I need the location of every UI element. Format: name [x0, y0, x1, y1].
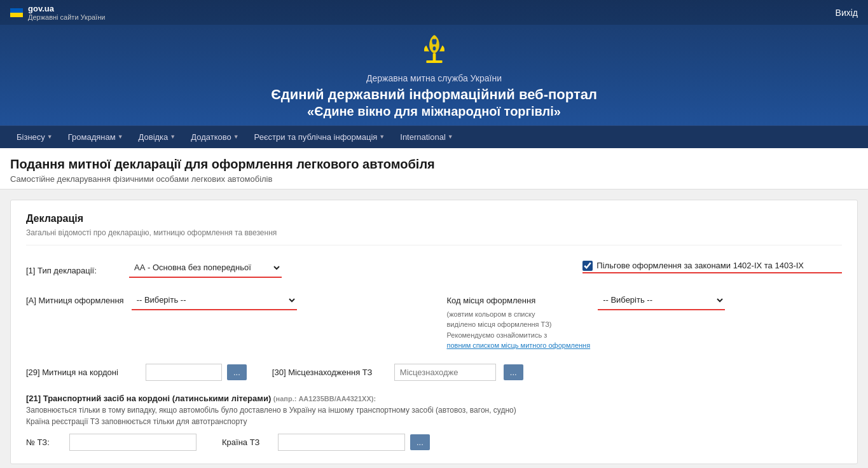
- gov-ua-badge: gov.ua Державні сайти України: [10, 4, 105, 21]
- transport-country-dots-button[interactable]: ...: [410, 434, 430, 450]
- code-label: Код місця оформлення: [447, 291, 591, 305]
- portal-title-main: Єдиний державний інформаційний веб-порта…: [10, 86, 858, 104]
- nav-business[interactable]: Бізнесу ▼: [10, 126, 59, 148]
- declaration-card: Декларація Загальні відомості про деклар…: [10, 200, 858, 464]
- chevron-down-icon: ▼: [233, 134, 239, 140]
- gov-ua-label: gov.ua: [28, 4, 105, 13]
- main-content: Декларація Загальні відомості про деклар…: [0, 189, 868, 468]
- location-tz-input[interactable]: [394, 364, 496, 381]
- customs-row: [А] Митниця оформлення -- Виберіть -- Ко…: [26, 291, 842, 351]
- transport-no-label: № ТЗ:: [26, 437, 64, 447]
- customs-field-area: [А] Митниця оформлення -- Виберіть --: [26, 291, 422, 310]
- privilege-checkbox[interactable]: [582, 261, 593, 271]
- code-select[interactable]: -- Виберіть --: [598, 291, 725, 310]
- customs-select[interactable]: -- Виберіть --: [132, 291, 297, 310]
- transport-section: [21] Транспортний засіб на кордоні (лати…: [26, 394, 842, 451]
- portal-title-sub: «Єдине вікно для міжнародної торгівлі»: [10, 104, 858, 119]
- chevron-down-icon: ▼: [448, 134, 453, 140]
- transport-country-label: Країна ТЗ: [222, 437, 273, 447]
- header-top-bar: gov.ua Державні сайти України Вихід: [0, 0, 868, 25]
- customs-label: [А] Митниця оформлення: [26, 291, 124, 305]
- svg-rect-1: [10, 13, 23, 17]
- border-customs-field: [29] Митниця на кордоні ...: [26, 364, 247, 381]
- location-tz-dots-button[interactable]: ...: [504, 364, 523, 380]
- transport-country-field: Країна ТЗ ...: [222, 434, 430, 451]
- ukraine-flag-icon: [10, 8, 23, 17]
- logout-button[interactable]: Вихід: [836, 8, 858, 18]
- privilege-underline: Пільгове оформлення за законами 1402-IX …: [582, 261, 842, 273]
- page-subtitle: Самостійне декларування фізичними особам…: [10, 174, 858, 184]
- transport-fields-row: № ТЗ: Країна ТЗ ...: [26, 434, 842, 451]
- section-description: Загальні відомості про декларацію, митни…: [26, 228, 842, 245]
- nav-reference[interactable]: Довідка ▼: [132, 126, 183, 148]
- svg-point-4: [432, 46, 436, 50]
- chevron-down-icon: ▼: [47, 134, 53, 140]
- transport-no-field: № ТЗ:: [26, 434, 196, 451]
- nav-registries[interactable]: Реєстри та публічна інформація ▼: [248, 126, 392, 148]
- trident-emblem-icon: [418, 32, 450, 67]
- border-customs-input[interactable]: [146, 364, 222, 381]
- border-row: [29] Митниця на кордоні ... [30] Місцезн…: [26, 364, 842, 381]
- gov-ua-sublabel: Державні сайти України: [28, 13, 105, 21]
- border-customs-dots-button[interactable]: ...: [227, 364, 247, 380]
- location-code-area: Код місця оформлення (жовтим кольором в …: [447, 291, 843, 351]
- privilege-label: Пільгове оформлення за законами 1402-IX …: [596, 261, 804, 270]
- transport-subtitle1: Заповнюється тільки в тому випадку, якщо…: [26, 406, 842, 415]
- border-customs-label: [29] Митниця на кордоні: [26, 368, 141, 377]
- transport-hint: (напр.: AA1235BB/AA4321XX):: [273, 395, 376, 403]
- main-navigation: Бізнесу ▼ Громадянам ▼ Довідка ▼ Додатко…: [0, 125, 868, 148]
- svg-rect-3: [426, 60, 442, 63]
- page-title-area: Подання митної декларації для оформлення…: [0, 148, 868, 189]
- svg-rect-0: [10, 8, 23, 13]
- transport-title: [21] Транспортний засіб на кордоні (лати…: [26, 394, 842, 403]
- type-label: [1] Тип декларації:: [26, 261, 121, 275]
- chevron-down-icon: ▼: [170, 134, 176, 140]
- nav-international[interactable]: International ▼: [394, 126, 459, 148]
- location-tz-label: [30] Місцезнаходження ТЗ: [272, 368, 387, 377]
- chevron-down-icon: ▼: [379, 134, 385, 140]
- nav-citizens[interactable]: Громадянам ▼: [62, 126, 130, 148]
- location-tz-field: [30] Місцезнаходження ТЗ ...: [272, 364, 523, 381]
- chevron-down-icon: ▼: [118, 134, 123, 140]
- transport-subtitle2: Країна реєстрації ТЗ заповнюється тільки…: [26, 417, 842, 426]
- transport-country-input[interactable]: [278, 434, 405, 451]
- nav-additional[interactable]: Додатково ▼: [184, 126, 245, 148]
- header-center: Державна митна служба України Єдиний дер…: [0, 25, 868, 125]
- declaration-type-row: [1] Тип декларації: АА - Основна без поп…: [26, 258, 842, 278]
- page-title: Подання митної декларації для оформлення…: [10, 157, 858, 172]
- code-desc: (жовтим кольором в списку виділено місця…: [447, 309, 591, 351]
- declaration-type-select[interactable]: АА - Основна без попередньої: [129, 258, 282, 278]
- agency-name: Державна митна служба України: [10, 73, 858, 83]
- section-title: Декларація: [26, 213, 842, 224]
- full-list-link[interactable]: повним списком місць митного оформлення: [447, 341, 591, 349]
- privilege-checkbox-area: Пільгове оформлення за законами 1402-IX …: [439, 258, 843, 273]
- transport-no-input[interactable]: [69, 434, 196, 451]
- header: gov.ua Державні сайти України Вихід Держ…: [0, 0, 868, 148]
